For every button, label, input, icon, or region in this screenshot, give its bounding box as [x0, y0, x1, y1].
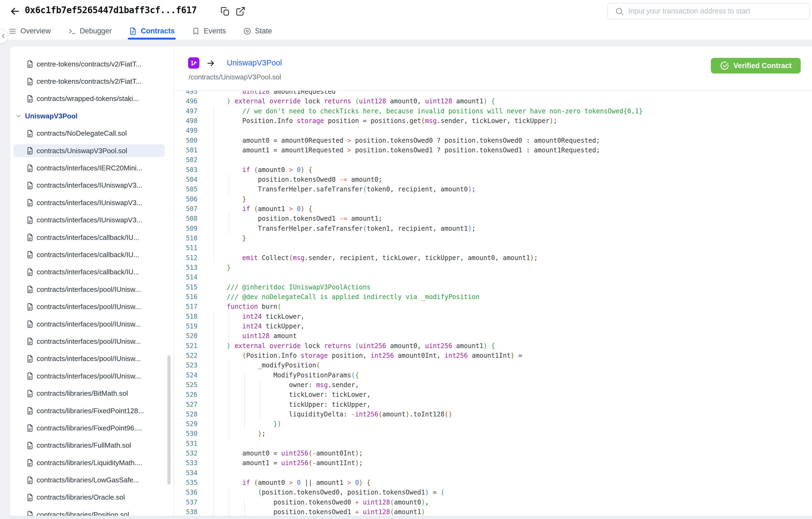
file-icon [26, 285, 34, 294]
tab-label: State [255, 27, 272, 35]
line-number: 503 [174, 165, 198, 175]
tree-file-item[interactable]: contracts/interfaces/pool/IUnisw... [10, 316, 174, 333]
code-line-525: 525 owner: msg.sender, [174, 380, 812, 390]
tree-file-item[interactable]: contracts/interfaces/IERC20Mini... [10, 159, 174, 176]
tree-file-item[interactable]: contracts/libraries/BitMath.sol [10, 385, 174, 402]
file-icon [26, 441, 34, 449]
tree-file-item[interactable]: contracts/interfaces/IUniswapV3... [10, 177, 174, 194]
code-line-521: 521 ) external override lock returns (ui… [174, 341, 812, 351]
line-number: 509 [174, 224, 198, 234]
tree-item-label: contracts/interfaces/pool/IUnisw... [37, 355, 141, 363]
line-number: 507 [174, 204, 198, 214]
code-line-506: 506 } [174, 194, 812, 204]
line-number: 531 [174, 439, 198, 448]
indent-guide [229, 488, 229, 519]
tab-label: Events [204, 27, 226, 35]
line-number: 524 [174, 371, 198, 380]
tree-file-item[interactable]: contracts/interfaces/callback/IU... [10, 246, 174, 263]
tree-item-label: centre-tokens/contracts/v2/FiatT... [37, 77, 142, 86]
tree-item-label: contracts/interfaces/pool/IUnisw... [37, 285, 141, 294]
code-line-511: 511 [174, 243, 812, 253]
file-icon [26, 407, 34, 415]
horizontal-scrollbar-track[interactable] [10, 516, 812, 519]
search-input[interactable] [624, 3, 809, 19]
tree-file-item[interactable]: contracts/interfaces/IUniswapV3... [10, 194, 174, 211]
transaction-address-title: 0x6c1fb7ef5265447d1baff3cf...f617 [25, 5, 197, 15]
tree-file-item[interactable]: contracts/wrapped-tokens/staki... [10, 90, 174, 107]
tree-file-item[interactable]: contracts/libraries/FixedPoint128... [10, 402, 174, 419]
tab-label: Debugger [80, 27, 112, 35]
top-header: 0x6c1fb7ef5265447d1baff3cf...f617 Overvi… [0, 0, 812, 39]
tree-item-label: centre-tokens/contracts/v2/FiatT... [37, 60, 142, 69]
tree-root-item[interactable]: UniswapV3Pool [10, 107, 174, 125]
tab-state[interactable]: State [242, 23, 273, 39]
open-external-button[interactable] [235, 5, 246, 17]
tree-file-item[interactable]: contracts/libraries/FixedPoint96.... [10, 419, 174, 437]
code-stream: 495 uint128 amount1Requested496 ) extern… [174, 90, 812, 519]
bookmark-icon [192, 27, 200, 35]
tree-file-item[interactable]: contracts/UniswapV3Pool.sol [10, 142, 174, 159]
tree-file-item[interactable]: contracts/interfaces/pool/IUnisw... [10, 281, 174, 298]
file-icon [26, 320, 34, 328]
tab-debugger[interactable]: Debugger [67, 23, 113, 39]
tree-file-item[interactable]: contracts/libraries/Oracle.sol [10, 489, 174, 506]
file-icon [26, 268, 34, 276]
line-number: 513 [174, 263, 198, 272]
copy-button[interactable] [219, 5, 231, 17]
contract-name-link[interactable]: UniswapV3Pool [227, 58, 282, 67]
chevron-left-icon [0, 33, 7, 39]
indent-guide [244, 497, 245, 517]
tree-file-item[interactable]: contracts/interfaces/callback/IU... [10, 264, 174, 281]
tab-events[interactable]: Events [191, 23, 227, 39]
tab-overview[interactable]: Overview [7, 23, 52, 39]
arrow-left-icon [9, 5, 21, 17]
code-line-538: 538 position.tokensOwed1 + uint128(amoun… [174, 507, 812, 517]
verified-contract-badge[interactable]: Verified Contract [711, 58, 801, 74]
tree-file-item[interactable]: contracts/libraries/LowGasSafe... [10, 471, 174, 489]
code-line-507: 507 if (amount1 > 0) { [174, 204, 812, 214]
tree-file-item[interactable]: contracts/libraries/FullMath.sol [10, 437, 174, 454]
line-number: 498 [174, 116, 198, 126]
tree-file-item[interactable]: contracts/interfaces/pool/IUnisw... [10, 333, 174, 350]
line-number: 532 [174, 448, 198, 458]
tree-item-label: contracts/interfaces/IUniswapV3... [37, 216, 142, 224]
tree-file-item[interactable]: contracts/interfaces/pool/IUnisw... [10, 367, 174, 385]
tree-file-item[interactable]: contracts/interfaces/pool/IUnisw... [10, 350, 174, 367]
tree-file-item[interactable]: contracts/NoDelegateCall.sol [10, 125, 174, 142]
back-button[interactable] [8, 4, 22, 18]
code-line-532: 532 amount0 = uint256(-amount0Int); [174, 448, 812, 458]
line-number: 537 [174, 497, 198, 507]
code-line-517: 517 function burn( [174, 302, 812, 311]
code-line-512: 512 emit Collect(msg.sender, recipient, … [174, 253, 812, 263]
file-icon [26, 303, 34, 311]
tree-file-item[interactable]: contracts/libraries/LiquidityMath.... [10, 454, 174, 471]
tree-file-item[interactable]: centre-tokens/contracts/v2/FiatT... [10, 73, 174, 90]
code-line-508: 508 position.tokensOwed1 -= amount1; [174, 214, 812, 223]
tree-file-item[interactable]: contracts/interfaces/IUniswapV3... [10, 212, 174, 229]
chevron-down-icon [15, 112, 22, 119]
line-number: 512 [174, 253, 198, 263]
tree-item-label: contracts/interfaces/IERC20Mini... [37, 164, 142, 172]
line-number: 521 [174, 341, 198, 351]
line-number: 499 [174, 126, 198, 135]
code-line-515: 515 /// @inheritdoc IUniswapV3PoolAction… [174, 282, 812, 292]
line-number: 535 [174, 478, 198, 488]
tree-file-item[interactable]: contracts/interfaces/pool/IUnisw... [10, 298, 174, 315]
call-graph-icon [190, 59, 198, 67]
line-number: 536 [174, 488, 198, 497]
tree-item-label: contracts/interfaces/pool/IUnisw... [37, 372, 141, 380]
line-number: 533 [174, 458, 198, 468]
indent-guide [229, 214, 229, 234]
sidebar-scrollbar[interactable] [167, 355, 171, 485]
tree-file-item[interactable]: centre-tokens/contracts/v2/FiatT... [10, 55, 174, 73]
line-number: 501 [174, 145, 198, 155]
file-icon [26, 147, 34, 155]
header-row: 0x6c1fb7ef5265447d1baff3cf...f617 [0, 0, 812, 23]
tab-contracts[interactable]: Contracts [128, 23, 176, 39]
tree-file-item[interactable]: contracts/interfaces/callback/IU... [10, 229, 174, 246]
file-icon [26, 95, 34, 103]
code-line-504: 504 position.tokensOwed0 -= amount0; [174, 175, 812, 184]
code-line-501: 501 amount1 = amount1Requested > positio… [174, 145, 812, 155]
tree-item-label: contracts/interfaces/IUniswapV3... [37, 181, 142, 190]
file-icon [26, 78, 34, 86]
